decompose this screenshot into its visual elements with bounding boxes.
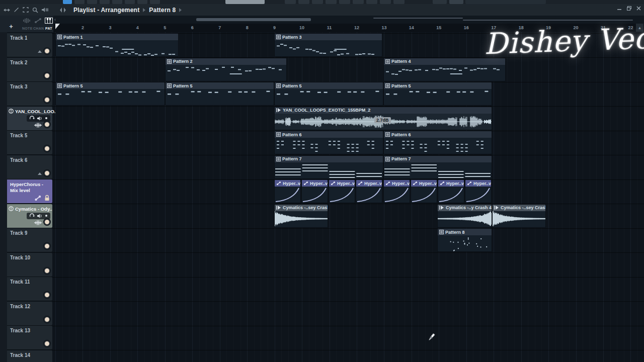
clip-automation[interactable]: Hyper..vel [438, 179, 464, 203]
playlist-titlebar[interactable]: Playlist - Arrangement Pattern 8 [0, 4, 644, 16]
automation-curve[interactable] [384, 187, 410, 203]
track-header-track-11[interactable]: Track 11 [7, 277, 52, 301]
toolbar-button-stub[interactable] [366, 0, 377, 4]
clip-automation[interactable]: Hyper..vel [301, 179, 328, 203]
track-led[interactable] [44, 121, 50, 128]
detach-icon[interactable] [59, 8, 66, 13]
clip-automation[interactable]: Hyper..vel [274, 179, 301, 203]
clip-stabs[interactable]: Pattern 6 [383, 131, 492, 154]
track-controls[interactable] [27, 213, 50, 219]
magnifier-icon[interactable] [32, 7, 38, 13]
clip-header[interactable]: Pattern 1 [56, 34, 178, 40]
lock-icon[interactable] [44, 195, 50, 201]
clip-automation[interactable]: Hyper..vel [411, 179, 437, 203]
toolbar-button-stub[interactable] [100, 0, 110, 4]
toolbar-button-stub[interactable] [125, 0, 135, 4]
clip-crash[interactable]: Cymatics -..y Crash 4 #2 [437, 204, 492, 228]
toolbar-button-stub[interactable] [112, 0, 122, 4]
track-header-track-12[interactable]: Track 12 [7, 302, 52, 325]
clip-header[interactable]: Pattern 5 [384, 82, 492, 89]
toolbar-button-stub[interactable] [87, 0, 97, 4]
clip-header[interactable]: Pattern 5 [166, 82, 274, 89]
playhead-marker[interactable] [55, 24, 60, 29]
clip-header[interactable]: Pattern 3 [275, 34, 382, 40]
toolbar-button-stub[interactable] [353, 0, 364, 4]
clip-header[interactable]: Pattern 7 [275, 156, 383, 162]
pan-arrows-icon[interactable] [4, 8, 10, 13]
preview-speaker-icon[interactable] [42, 7, 48, 13]
tab-pat[interactable]: PAT [44, 17, 54, 30]
add-track-button[interactable]: + [7, 22, 15, 30]
clip-automation[interactable]: Hyper..vel [356, 179, 382, 203]
clip-sparse[interactable]: Pattern 5 [55, 82, 165, 106]
track-header-hyperchorus-mix-level[interactable]: HyperChorus - Mix level [7, 179, 52, 203]
toolbar-button-stub[interactable] [137, 0, 147, 4]
track-led[interactable] [44, 145, 50, 152]
clip-header[interactable]: Hyper..vel [356, 180, 382, 187]
track-controls[interactable] [27, 115, 50, 122]
toolbar-button-stub[interactable] [285, 0, 296, 4]
automation-curve[interactable] [465, 187, 491, 203]
clip-header[interactable]: Pattern 5 [56, 82, 165, 89]
clip-automation[interactable]: Hyper..vel [465, 179, 492, 203]
clip-automation[interactable]: Hyper..vel [383, 179, 410, 203]
toolbar-button-stub[interactable] [150, 0, 160, 4]
clip-sparse[interactable]: Pattern 5 [274, 82, 383, 106]
tab-note[interactable]: NOTE [22, 17, 32, 30]
clip-header[interactable]: Pattern 8 [438, 229, 492, 235]
clip-melody[interactable]: Pattern 3 [274, 33, 382, 57]
track-led[interactable] [44, 97, 50, 103]
link-icon[interactable] [34, 195, 42, 201]
close-button[interactable] [636, 6, 641, 11]
clip-crash[interactable]: Cymatics -..sey Crash 4 [492, 204, 546, 228]
loop-mode-icon[interactable] [29, 116, 35, 121]
clip-header[interactable]: Hyper..vel [329, 180, 355, 187]
track-led[interactable] [44, 292, 50, 298]
clip-audio[interactable]: YAN_COOL_LOOPS_EXOTIC_155BPM_22.7dB [274, 107, 492, 130]
clip-automation[interactable]: Hyper..vel [329, 179, 355, 203]
track-header-track-5[interactable]: Track 5 [7, 131, 52, 154]
clip-chords[interactable]: Pattern 7 [383, 155, 492, 179]
clip-crash[interactable]: Cymatics -..sey Crash 4 [274, 204, 328, 228]
track-led[interactable] [44, 243, 50, 249]
clip-header[interactable]: Hyper..vel [411, 180, 437, 187]
clip-header[interactable]: Cymatics -..sey Crash 4 [493, 205, 545, 211]
draw-tool-icon[interactable] [14, 7, 19, 13]
clip-header[interactable]: YAN_COOL_LOOPS_EXOTIC_155BPM_2 [275, 107, 492, 114]
track-header-track-14[interactable]: Track 14 [7, 350, 52, 362]
clip-header[interactable]: Pattern 5 [275, 82, 383, 89]
clip-header[interactable]: Pattern 6 [384, 131, 492, 138]
clip-header[interactable]: Hyper..vel [275, 180, 300, 187]
clip-dots[interactable]: Pattern 8 [437, 228, 492, 252]
toolbar-button-stub[interactable] [63, 0, 72, 4]
solo-dot-icon[interactable] [45, 214, 48, 217]
toolbar-button-stub[interactable] [326, 0, 337, 4]
maximize-button[interactable] [627, 6, 631, 11]
clip-sparse[interactable]: Pattern 5 [165, 82, 274, 106]
automation-curve[interactable] [329, 187, 355, 203]
track-led[interactable] [44, 170, 50, 176]
automation-curve[interactable] [438, 187, 464, 203]
track-led[interactable] [44, 267, 50, 274]
clip-header[interactable]: Pattern 2 [166, 58, 286, 65]
scrollbar-thumb[interactable] [196, 18, 311, 21]
mute-speaker-icon[interactable] [37, 214, 42, 218]
toolbar-button-stub[interactable] [312, 0, 323, 4]
solo-dot-icon[interactable] [45, 117, 48, 120]
toolbar-button-stub[interactable] [339, 0, 350, 4]
track-led[interactable] [44, 219, 50, 225]
clip-header[interactable]: Hyper..vel [465, 180, 491, 187]
loop-mode-icon[interactable] [29, 213, 35, 218]
minimize-button[interactable] [617, 6, 622, 11]
toolbar-button-stub[interactable] [380, 0, 391, 4]
automation-curve[interactable] [411, 187, 437, 203]
clip-header[interactable]: Hyper..vel [302, 180, 328, 187]
clip-header[interactable]: Hyper..vel [438, 180, 464, 187]
clip-header[interactable]: Hyper..vel [384, 180, 410, 187]
automation-curve[interactable] [356, 187, 382, 203]
scroll-left-chevron-icon[interactable]: ‹ [54, 17, 56, 22]
clip-header[interactable]: Pattern 7 [384, 156, 492, 162]
collapse-arrow-icon[interactable] [38, 50, 42, 53]
breadcrumb-arrow-icon[interactable] [179, 8, 182, 12]
tab-chan[interactable]: CHAN [33, 17, 43, 30]
